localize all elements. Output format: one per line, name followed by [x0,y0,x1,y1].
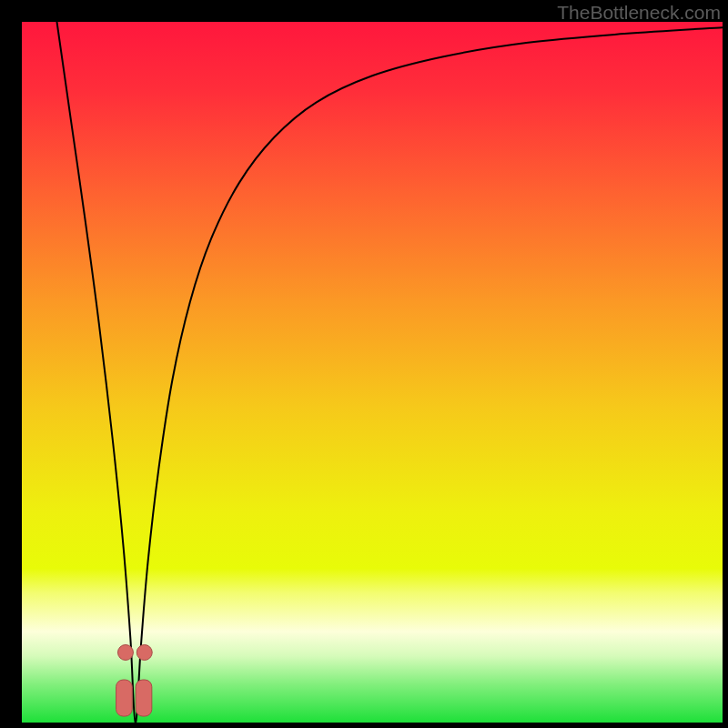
data-marker [117,645,133,661]
watermark-text: TheBottleneck.com [557,2,721,24]
data-marker [116,680,133,716]
chart-frame: TheBottleneck.com [0,0,728,728]
data-marker [136,680,152,716]
chart-plot-area [22,22,723,723]
data-marker [136,645,152,661]
gradient-background [22,22,723,723]
